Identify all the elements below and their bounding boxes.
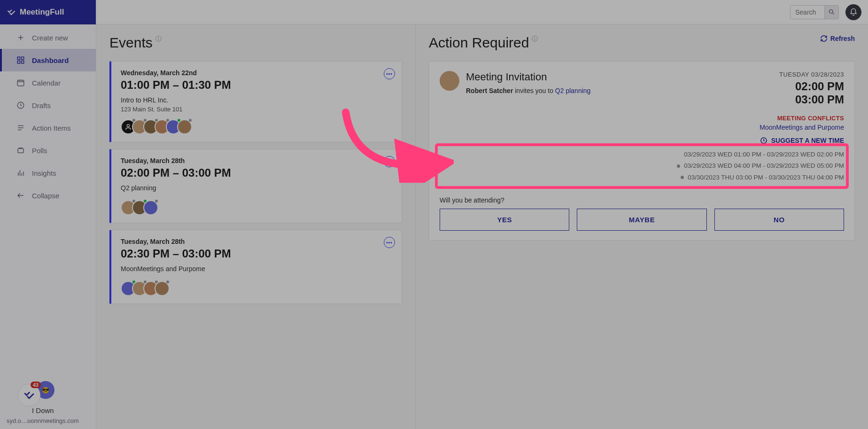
action-top: Meeting Invitation Robert Satcher invite… <box>440 71 844 106</box>
event-time: 01:00 PM – 01:30 PM <box>121 78 392 92</box>
avatar-icon[interactable] <box>155 281 170 296</box>
dashboard-icon <box>16 55 25 65</box>
refresh-label: Refresh <box>830 35 855 42</box>
rsvp-no-button[interactable]: NO <box>714 209 844 231</box>
svg-point-7 <box>829 10 833 14</box>
event-title: MoonMeetings and Purpome <box>121 265 392 273</box>
clock-icon <box>760 137 767 144</box>
action-sub: Robert Satcher invites you to Q2 plannin… <box>466 87 590 94</box>
svg-rect-3 <box>22 61 24 63</box>
action-time-start: 02:00 PM <box>779 80 844 93</box>
event-more-button[interactable]: ••• <box>384 237 395 248</box>
search-icon <box>828 8 835 16</box>
info-icon[interactable]: ⓘ <box>532 35 538 43</box>
nav-label: Dashboard <box>32 56 69 64</box>
events-column: Events ⓘ ••• Wednesday, March 22nd 01:00… <box>96 24 416 429</box>
main: Events ⓘ ••• Wednesday, March 22nd 01:00… <box>96 0 868 429</box>
action-time-end: 03:00 PM <box>779 93 844 106</box>
sidebar-user: 😎 43 I Down syd.o…oonnmeetings.com <box>0 381 96 424</box>
refresh-button[interactable]: Refresh <box>820 35 855 42</box>
info-icon[interactable]: ⓘ <box>155 35 162 43</box>
nav-label: Action Items <box>32 124 71 132</box>
suggested-time-text: 03/29/2023 WED 01:00 PM - 03/29/2023 WED… <box>684 149 844 160</box>
avatar-icon[interactable] <box>143 200 158 215</box>
suggested-time-text: 03/30/2023 THU 03:00 PM - 03/30/2023 THU… <box>688 172 844 183</box>
suggested-times: 03/29/2023 WED 01:00 PM - 03/29/2023 WED… <box>440 147 844 185</box>
event-card[interactable]: ••• Wednesday, March 22nd 01:00 PM – 01:… <box>109 61 402 142</box>
event-title: Intro to HRL Inc. <box>121 96 392 104</box>
event-more-button[interactable]: ••• <box>384 68 395 79</box>
nav-create-new[interactable]: Create new <box>0 26 96 49</box>
event-avatars <box>121 281 392 296</box>
user-name: I Down <box>32 406 54 414</box>
brand-logo-icon <box>7 8 16 17</box>
nav-collapse[interactable]: Collapse <box>0 184 96 207</box>
app-root: MeetingFull Create new Dashboard Calenda… <box>0 0 868 429</box>
nav-insights[interactable]: Insights <box>0 162 96 184</box>
action-title: Action Required ⓘ <box>429 35 538 51</box>
event-location: 123 Main St. Suite 101 <box>121 106 392 113</box>
refresh-icon <box>820 35 828 42</box>
nav-label: Insights <box>32 169 56 177</box>
svg-rect-2 <box>17 61 20 63</box>
svg-point-8 <box>127 125 129 127</box>
plus-icon <box>16 33 25 42</box>
action-column: Action Required ⓘ Refresh Meeting Invita… <box>416 24 868 429</box>
nav-dashboard[interactable]: Dashboard <box>0 49 96 71</box>
event-card[interactable]: ••• Tuesday, March 28th 02:00 PM – 03:00… <box>109 149 402 223</box>
search-box <box>790 5 839 19</box>
invites-text: invites you to <box>513 87 555 94</box>
notification-bubble[interactable]: 43 <box>18 384 40 406</box>
nav-calendar[interactable]: Calendar <box>0 71 96 94</box>
inviter-avatar[interactable] <box>440 71 459 91</box>
search-input[interactable] <box>790 6 824 19</box>
event-date: Tuesday, March 28th <box>121 238 392 245</box>
event-avatars <box>121 200 392 215</box>
nav-drafts[interactable]: Drafts <box>0 94 96 117</box>
content-columns: Events ⓘ ••• Wednesday, March 22nd 01:00… <box>96 24 868 429</box>
brand[interactable]: MeetingFull <box>0 0 96 24</box>
svg-rect-1 <box>22 57 24 59</box>
conflicts: MEETING CONFLICTS MoonMeetings and Purpo… <box>440 115 844 131</box>
suggested-time-row[interactable]: 03/29/2023 WED 04:00 PM - 03/29/2023 WED… <box>440 160 844 172</box>
event-card[interactable]: ••• Tuesday, March 28th 02:30 PM – 03:00… <box>109 230 402 304</box>
nav: Create new Dashboard Calendar Drafts <box>0 24 96 207</box>
action-left: Meeting Invitation Robert Satcher invite… <box>440 71 590 106</box>
suggested-time-row[interactable]: 03/30/2023 THU 03:00 PM - 03/30/2023 THU… <box>440 172 844 183</box>
event-date: Wednesday, March 22nd <box>121 69 392 77</box>
events-title: Events ⓘ <box>109 35 402 51</box>
event-more-button[interactable]: ••• <box>384 156 395 167</box>
nav-label: Calendar <box>32 79 61 87</box>
nav-action-items[interactable]: Action Items <box>0 117 96 139</box>
suggested-time-row[interactable]: 03/29/2023 WED 01:00 PM - 03/29/2023 WED… <box>440 149 844 160</box>
action-heading: Meeting Invitation <box>466 71 590 83</box>
notification-count: 43 <box>31 382 41 388</box>
nav-label: Polls <box>32 147 47 155</box>
avatar-icon[interactable] <box>177 119 192 134</box>
events-title-text: Events <box>109 35 153 51</box>
arrow-left-icon <box>16 191 25 200</box>
bullet-icon <box>677 164 680 168</box>
action-date: TUESDAY 03/28/2023 <box>779 71 844 78</box>
nav-polls[interactable]: Polls <box>0 139 96 162</box>
user-email: syd.o…oonnmeetings.com <box>7 417 79 424</box>
suggest-new-time[interactable]: SUGGEST A NEW TIME <box>440 137 844 144</box>
chart-icon <box>16 168 25 178</box>
rsvp-yes-button[interactable]: YES <box>440 209 569 231</box>
notifications-button[interactable] <box>845 4 861 20</box>
search-button[interactable] <box>824 6 838 19</box>
bullet-icon <box>681 176 684 179</box>
event-avatars <box>121 119 392 134</box>
event-title: Q2 planning <box>121 184 392 192</box>
conflicts-link[interactable]: MoonMeetings and Purpome <box>440 124 844 131</box>
rsvp-maybe-button[interactable]: MAYBE <box>577 209 706 231</box>
inviter-name: Robert Satcher <box>466 87 513 94</box>
action-card: Meeting Invitation Robert Satcher invite… <box>429 61 855 241</box>
nav-create-label: Create new <box>32 34 68 42</box>
nav-label: Collapse <box>32 192 59 200</box>
meeting-link[interactable]: Q2 planning <box>555 87 591 94</box>
svg-rect-4 <box>17 80 24 86</box>
svg-rect-6 <box>18 148 23 153</box>
topbar <box>96 0 868 24</box>
event-time: 02:30 PM – 03:00 PM <box>121 247 392 260</box>
